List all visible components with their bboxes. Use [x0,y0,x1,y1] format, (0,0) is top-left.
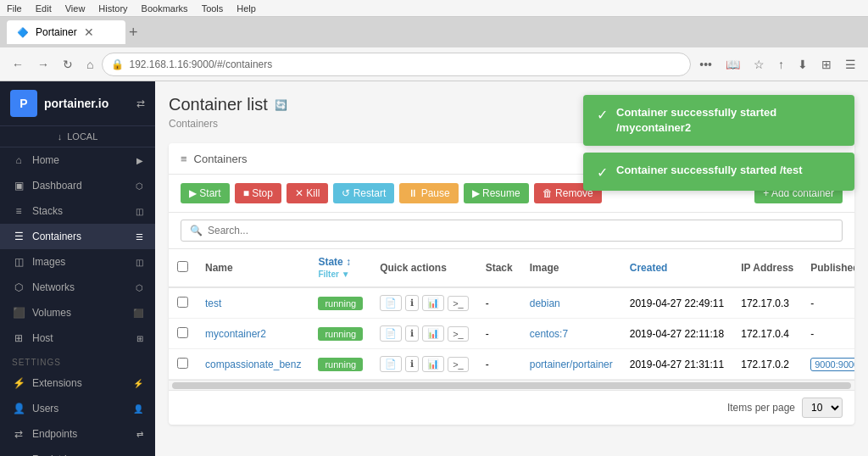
resume-button[interactable]: ▶ Resume [464,183,529,203]
created-header[interactable]: Created [621,249,732,287]
images-icon-right: ◫ [136,258,143,267]
row-image-link-2[interactable]: portainer/portainer [530,359,613,370]
tab-bar: 🔷 Portainer ✕ + [0,17,868,47]
more-button[interactable]: ••• [694,54,717,75]
row-checkbox-1[interactable] [177,327,188,338]
select-all-checkbox[interactable] [177,261,188,272]
row-checkbox-0[interactable] [177,297,188,308]
row-checkbox-cell-2 [169,349,197,380]
home-button[interactable]: ⌂ [81,54,98,75]
sidebar-item-registries[interactable]: ≡ Registries ≡ [0,447,155,456]
sidebar-item-volumes[interactable]: ⬛ Volumes ⬛ [0,300,155,325]
refresh-button[interactable]: ↻ [58,54,78,75]
menu-button[interactable]: ☰ [840,54,861,75]
qa-inspect-btn-0[interactable]: ℹ [405,295,419,311]
row-state-0: running [309,287,371,319]
new-tab-button[interactable]: + [129,24,138,42]
forward-button[interactable]: → [32,54,54,75]
containers-icon-right: ☰ [136,232,143,242]
panel-list-icon: ≡ [181,153,187,165]
row-stack-1: - [477,319,521,349]
refresh-icon[interactable]: 🔄 [275,99,287,111]
sidebar-item-stacks[interactable]: ≡ Stacks ◫ [0,198,155,224]
menu-bookmarks[interactable]: Bookmarks [142,3,188,14]
search-icon: 🔍 [190,225,203,236]
row-name-link-0[interactable]: test [205,298,221,309]
pause-button[interactable]: ⏸ Pause [399,183,458,203]
sidebar-item-endpoints[interactable]: ⇄ Endpoints ⇄ [0,421,155,447]
kill-button[interactable]: ✕ Kill [287,183,328,203]
ports-header: Published Ports [802,249,854,287]
table-header-row: Name State ↕Filter ▼ Quick actions Stack… [169,249,854,287]
row-name-link-1[interactable]: mycontainer2 [205,328,266,340]
restart-button[interactable]: ↺ Restart [333,183,394,203]
row-ports-2: 9000:9000 [802,349,854,380]
row-state-badge-0: running [318,297,363,310]
qa-logs-btn-2[interactable]: 📄 [380,356,402,372]
start-button[interactable]: ▶ Start [181,183,230,203]
sidebar-item-users[interactable]: 👤 Users 👤 [0,396,155,421]
sidebar-item-images[interactable]: ◫ Images ◫ [0,249,155,275]
row-created-0: 2019-04-27 22:49:11 [621,287,732,319]
qa-stats-btn-0[interactable]: 📊 [422,295,444,311]
row-ip-2: 172.17.0.2 [732,349,802,380]
sidebar-item-label-extensions: Extensions [32,377,82,389]
state-filter-icon[interactable]: Filter ▼ [318,270,349,279]
env-icon: ↓ [58,131,63,142]
stop-button[interactable]: ■ Stop [235,183,281,203]
ssl-icon: 🔒 [111,58,124,70]
reading-mode-button[interactable]: 📖 [721,54,745,75]
share-button[interactable]: ↑ [773,54,789,75]
sidebar-item-dashboard[interactable]: ▣ Dashboard ⬡ [0,173,155,198]
panel-title: Containers [194,153,248,165]
qa-logs-btn-1[interactable]: 📄 [380,325,402,342]
horizontal-scrollbar[interactable] [169,380,854,390]
row-name-link-2[interactable]: compassionate_benz [205,359,301,370]
row-stack-0: - [477,287,521,319]
back-button[interactable]: ← [7,54,29,75]
row-image-link-0[interactable]: debian [530,298,560,309]
qa-stats-btn-1[interactable]: 📊 [422,325,444,342]
sidebar-item-extensions[interactable]: ⚡ Extensions ⚡ [0,370,155,396]
sidebar-toggle-button[interactable]: ⊞ [816,54,837,75]
sidebar-logo: P portainer.io ⇄ [0,81,155,126]
state-header[interactable]: State ↕Filter ▼ [309,249,371,287]
notification-text-1: Container successfully started /mycontai… [616,105,841,136]
qa-console-btn-0[interactable]: >_ [448,296,469,311]
menu-file[interactable]: File [7,3,22,14]
sidebar-item-networks[interactable]: ⬡ Networks ⬡ [0,275,155,300]
browser-tab[interactable]: 🔷 Portainer ✕ [7,20,125,44]
search-input-wrapper[interactable]: 🔍 [181,220,843,242]
tab-close-button[interactable]: ✕ [84,25,94,39]
row-image-link-1[interactable]: centos:7 [530,328,568,340]
host-icon-right: ⊞ [136,334,143,343]
row-port-link-2[interactable]: 9000:9000 [810,358,854,371]
host-icon: ⊞ [12,332,25,344]
sidebar-toggle-icon[interactable]: ⇄ [136,97,145,109]
qa-logs-btn-0[interactable]: 📄 [380,295,402,311]
menu-history[interactable]: History [98,3,127,14]
sidebar-item-host[interactable]: ⊞ Host ⊞ [0,325,155,351]
items-per-page-select[interactable]: 10 25 50 [802,398,843,418]
menu-help[interactable]: Help [236,3,256,14]
url-bar[interactable]: 🔒 192.168.1.16:9000/#/containers [102,53,691,76]
sidebar-item-containers[interactable]: ☰ Containers ☰ [0,224,155,249]
volumes-icon: ⬛ [12,307,25,319]
download-button[interactable]: ⬇ [793,54,813,75]
qa-inspect-btn-1[interactable]: ℹ [405,325,419,342]
menu-view[interactable]: View [65,3,86,14]
row-checkbox-2[interactable] [177,358,188,369]
qa-console-btn-2[interactable]: >_ [448,357,469,372]
users-icon-right: 👤 [133,404,143,414]
bookmark-button[interactable]: ☆ [748,54,770,75]
logo-text: portainer.io [44,97,108,110]
sidebar-item-home[interactable]: ⌂ Home ▶ [0,147,155,173]
endpoints-icon: ⇄ [12,428,25,440]
table-footer: Items per page 10 25 50 [169,390,854,425]
qa-inspect-btn-2[interactable]: ℹ [405,356,419,372]
qa-console-btn-1[interactable]: >_ [448,326,469,342]
search-field[interactable] [208,225,833,236]
menu-tools[interactable]: Tools [202,3,224,14]
menu-edit[interactable]: Edit [36,3,52,14]
qa-stats-btn-2[interactable]: 📊 [422,356,444,372]
